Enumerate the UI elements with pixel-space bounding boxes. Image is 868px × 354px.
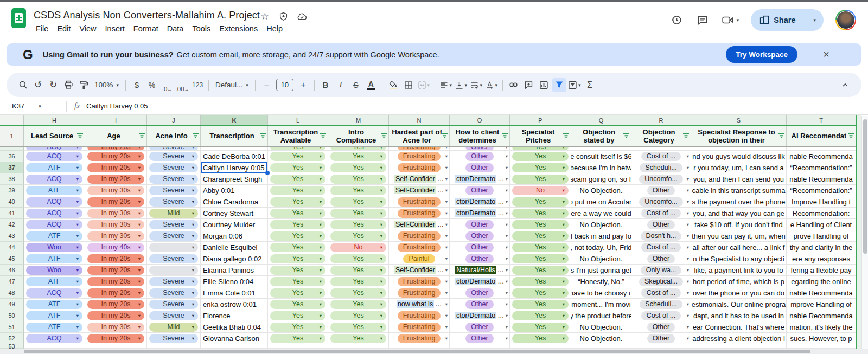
cell-J35[interactable]: Severe▾: [147, 147, 201, 151]
cell-O37[interactable]: Other▾: [450, 162, 510, 173]
cell-M39[interactable]: Yes▾: [328, 185, 389, 196]
chevron-down-icon[interactable]: ▾: [445, 153, 448, 159]
dropdown-chip[interactable]: Cost of ...: [641, 152, 681, 161]
row-header-39[interactable]: 39: [0, 185, 24, 196]
cell-L52[interactable]: Yes▾: [268, 333, 328, 344]
dropdown-chip[interactable]: Yes▾: [270, 186, 326, 195]
cell-J37[interactable]: Severe▾: [147, 162, 201, 173]
chevron-down-icon[interactable]: ▾: [506, 324, 508, 330]
cell-L50[interactable]: Yes▾: [268, 310, 328, 321]
cell-N43[interactable]: Frustrating▾: [389, 230, 450, 242]
cell-I51[interactable]: In my 30s▾: [85, 321, 147, 333]
column-header-N[interactable]: N: [389, 115, 450, 125]
comments-icon[interactable]: [695, 13, 710, 27]
cell-P46[interactable]: Yes▾: [510, 265, 571, 276]
cell-I52[interactable]: In my 20s▾: [85, 333, 147, 344]
cell-O41[interactable]: ctor/Dermato…▾: [450, 208, 510, 219]
cell-R53[interactable]: [631, 344, 691, 349]
dropdown-chip[interactable]: Yes▾: [330, 152, 386, 161]
dropdown-chip[interactable]: Other: [465, 243, 493, 252]
chevron-down-icon[interactable]: ▾: [506, 222, 508, 227]
cell-I45[interactable]: In my 20s▾: [85, 253, 147, 265]
cell-R46[interactable]: Only wa...▾: [631, 265, 691, 276]
dropdown-chip[interactable]: Scheduli...: [640, 163, 682, 172]
cell-Q37[interactable]: because I'm in betw: [571, 162, 631, 173]
cell-S52[interactable]: addressing a client objection i: [691, 333, 787, 344]
chevron-down-icon[interactable]: ▾: [687, 222, 689, 227]
cell-M50[interactable]: Yes▾: [328, 310, 389, 321]
cell-H47[interactable]: ATF▾: [24, 276, 85, 287]
header-cell-O1[interactable]: How to client determines: [450, 126, 510, 146]
name-box[interactable]: K37 ▾: [0, 102, 61, 110]
dropdown-chip[interactable]: Severe▾: [149, 220, 198, 229]
cell-I49[interactable]: In my 20s▾: [85, 299, 147, 310]
dropdown-chip[interactable]: Frustrating: [398, 334, 441, 343]
dropdown-chip[interactable]: ATF▾: [26, 186, 82, 195]
cell-R39[interactable]: Other▾: [631, 185, 691, 196]
cell-Q51[interactable]: No Objection.: [571, 321, 631, 333]
cell-Q48[interactable]: have to be choosy o: [571, 287, 631, 299]
fill-color-icon[interactable]: [386, 78, 400, 92]
horizontal-align-icon[interactable]: ▾: [439, 78, 453, 92]
cell-N50[interactable]: Frustrating▾: [389, 310, 450, 321]
chevron-down-icon[interactable]: ▾: [506, 279, 508, 284]
column-header-M[interactable]: M: [328, 115, 389, 125]
dropdown-chip[interactable]: Uncomfo...: [639, 175, 682, 184]
cell-Q45[interactable]: No Objection.: [571, 253, 631, 265]
cell-Q53[interactable]: [571, 344, 631, 349]
column-header-L[interactable]: L: [268, 115, 328, 125]
filter-funnel-icon[interactable]: [501, 132, 508, 140]
cell-O50[interactable]: ctor/Dermato…▾: [450, 310, 510, 321]
cell-T42[interactable]: e Handling of Client: [787, 219, 856, 230]
star-icon[interactable]: ☆: [259, 11, 270, 22]
cell-Q40[interactable]: o put me on Accutan: [571, 196, 631, 208]
cell-K48[interactable]: Emma Cole 0:01: [201, 287, 268, 299]
row-header-46[interactable]: 46: [0, 265, 24, 276]
cell-I39[interactable]: In my 30s▾: [85, 185, 147, 196]
dropdown-chip[interactable]: Skeptical...: [639, 277, 683, 286]
dropdown-chip[interactable]: Yes▾: [270, 311, 326, 320]
print-icon[interactable]: [61, 78, 75, 92]
cell-J48[interactable]: Severe▾: [147, 287, 201, 299]
share-dropdown-icon[interactable]: ▾: [809, 17, 820, 23]
chevron-down-icon[interactable]: ▾: [506, 244, 508, 250]
dropdown-chip[interactable]: In my 20s▾: [87, 277, 144, 286]
dropdown-chip[interactable]: Yes▾: [512, 152, 569, 161]
borders-icon[interactable]: [401, 78, 416, 92]
dropdown-chip[interactable]: Other: [465, 323, 493, 332]
cell-S41[interactable]: you, and that way you can ge: [691, 208, 787, 219]
filter-funnel-icon[interactable]: [320, 132, 327, 140]
dropdown-chip[interactable]: Yes▾: [512, 175, 569, 184]
cell-N38[interactable]: Self-Confider…▾: [389, 173, 450, 185]
cell-N53[interactable]: [389, 344, 450, 349]
cell-R50[interactable]: Cost of ...▾: [631, 310, 691, 321]
dropdown-chip[interactable]: Yes▾: [270, 243, 326, 252]
row-header-47[interactable]: 47: [0, 276, 24, 287]
dropdown-chip[interactable]: ACQ▾: [26, 209, 82, 218]
cell-O38[interactable]: ctor/Dermato…▾: [450, 173, 510, 185]
chevron-down-icon[interactable]: ▾: [687, 267, 689, 273]
dropdown-chip[interactable]: ACQ▾: [26, 147, 82, 151]
menu-item-format[interactable]: Format: [129, 23, 163, 34]
cell-T48[interactable]: nable Recommenda: [787, 287, 856, 299]
cell-M44[interactable]: No▾: [328, 242, 389, 253]
cell-I40[interactable]: In my 20s▾: [85, 196, 147, 208]
dropdown-chip[interactable]: Mild▾: [149, 323, 198, 332]
cell-J41[interactable]: Mild▾: [147, 208, 201, 219]
cell-K44[interactable]: Danielle Esquibel: [201, 242, 268, 253]
cell-I50[interactable]: In my 20s▾: [85, 310, 147, 321]
dropdown-chip[interactable]: ATF▾: [26, 300, 82, 309]
dropdown-chip[interactable]: In my 20s▾: [87, 175, 144, 184]
chevron-down-icon[interactable]: ▾: [506, 301, 508, 307]
cell-L36[interactable]: Yes▾: [268, 151, 328, 162]
chevron-down-icon[interactable]: ▾: [445, 290, 448, 295]
banner-close-icon[interactable]: ×: [819, 47, 833, 61]
cell-K36[interactable]: Cade DeBorba 0:01: [201, 151, 268, 162]
cell-J44[interactable]: ▾: [147, 242, 201, 253]
cell-Q38[interactable]: scam going on, so I': [571, 173, 631, 185]
cell-T50[interactable]: nable Recommenda: [787, 310, 856, 321]
meet-call-control[interactable]: ▾: [722, 14, 739, 26]
column-header-I[interactable]: I: [85, 115, 147, 125]
insert-chart-icon[interactable]: [537, 78, 551, 92]
dropdown-chip[interactable]: ATF▾: [26, 231, 82, 241]
